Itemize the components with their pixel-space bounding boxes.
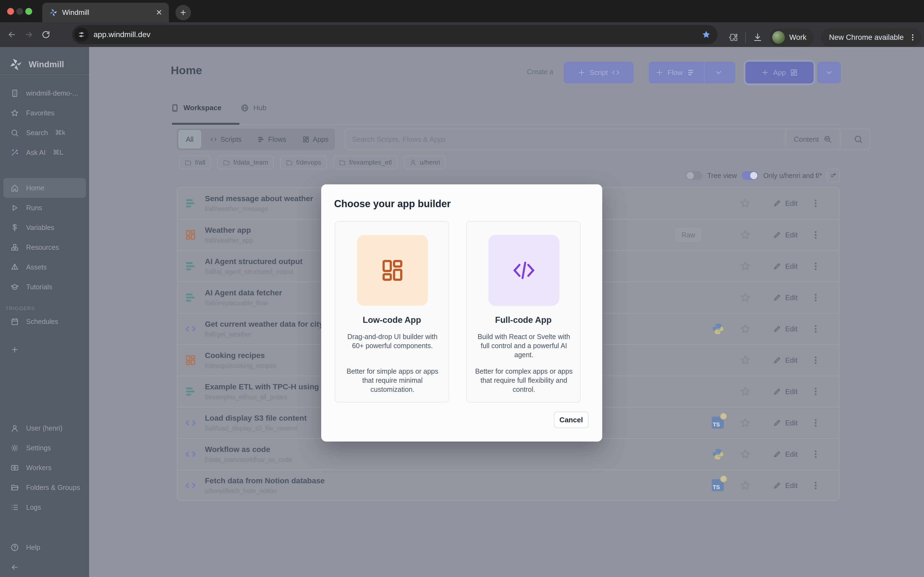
minimize-window-button[interactable] — [16, 8, 23, 15]
forward-icon[interactable] — [24, 30, 34, 39]
profile-label: Work — [789, 33, 806, 42]
reload-icon[interactable] — [41, 30, 51, 39]
create-app-button[interactable]: App — [746, 62, 813, 83]
downloads-icon[interactable] — [753, 33, 762, 42]
person-icon — [409, 159, 417, 166]
filter-apps[interactable]: Apps — [295, 130, 336, 148]
sidebar-item-favorites[interactable]: Favorites — [0, 103, 89, 123]
filter-scripts[interactable]: Scripts — [203, 130, 249, 148]
sidebar-item-help[interactable]: Help — [0, 537, 89, 557]
create-script-button[interactable]: Script — [564, 62, 633, 83]
site-settings-icon[interactable] — [74, 27, 89, 42]
item-title: Load display S3 file content — [205, 414, 307, 422]
extensions-puzzle-icon[interactable] — [729, 33, 738, 42]
star-icon — [10, 109, 19, 117]
pencil-icon — [773, 450, 781, 458]
tree-view-toggle[interactable] — [686, 171, 702, 180]
edit-button[interactable]: Edit — [773, 419, 798, 427]
edit-button[interactable]: Edit — [773, 199, 798, 208]
sidebar-item-windmill-demo[interactable]: windmill-demo-... — [0, 83, 89, 103]
edit-button[interactable]: Edit — [773, 231, 798, 239]
address-bar[interactable]: app.windmill.dev — [72, 25, 717, 44]
sidebar-item-home[interactable]: Home — [3, 178, 86, 198]
new-tab-button[interactable]: + — [176, 5, 191, 20]
chip-f-devops[interactable]: f/devops — [280, 156, 327, 169]
bookmark-star-icon[interactable] — [701, 30, 711, 39]
sidebar-item-user-henri[interactable]: User (henri) — [0, 418, 89, 438]
item-path: f/devops/cooking_recipes — [205, 362, 276, 369]
sidebar-item-label: Folders & Groups — [26, 484, 80, 492]
sidebar-item-folders-groups[interactable]: Folders & Groups — [0, 477, 89, 497]
sidebar-add-button[interactable] — [0, 340, 89, 359]
sidebar-item-ask-ai[interactable]: Ask AI⌘L — [0, 143, 89, 163]
sidebar-item-resources[interactable]: Resources — [0, 237, 89, 257]
low-code-app-card[interactable]: Low-code App Drag-and-drop UI builder wi… — [335, 221, 449, 403]
flowbars-icon — [257, 136, 265, 143]
profile-chip[interactable]: Work — [769, 28, 814, 47]
create-app-dropdown-button[interactable] — [817, 62, 841, 83]
pencil-icon — [773, 231, 781, 239]
sidebar-item-settings[interactable]: Settings — [0, 438, 89, 458]
sidebar-item-runs[interactable]: Runs — [0, 198, 89, 218]
tab-workspace[interactable]: Workspace — [171, 103, 221, 112]
filter-flows[interactable]: Flows — [250, 130, 293, 148]
owner-filter-toggle[interactable] — [741, 171, 758, 180]
tab-hub[interactable]: Hub — [241, 103, 267, 112]
sidebar-item-search[interactable]: Search⌘k — [0, 123, 89, 143]
sidebar-item-assets[interactable]: Assets — [0, 257, 89, 277]
chrome-update-chip[interactable]: New Chrome available — [821, 28, 922, 47]
chrome-menu-kebab-icon[interactable] — [909, 33, 917, 42]
item-path: f/all/get_weather — [205, 331, 323, 338]
sidebar-collapse-button[interactable] — [0, 557, 89, 577]
edit-button[interactable]: Edit — [773, 481, 798, 490]
edit-button[interactable]: Edit — [773, 262, 798, 271]
plus-icon — [655, 68, 664, 77]
back-icon[interactable] — [7, 30, 16, 39]
sidebar-item-label: Favorites — [26, 109, 55, 117]
edit-button[interactable]: Edit — [773, 293, 798, 302]
sidebar-brand[interactable]: Windmill — [0, 47, 89, 74]
close-window-button[interactable] — [7, 8, 14, 15]
edit-button[interactable]: Edit — [773, 387, 798, 396]
tab-close-icon[interactable]: ✕ — [156, 8, 162, 17]
zoom-window-button[interactable] — [25, 8, 32, 15]
chip-label: f/all — [195, 158, 205, 166]
pencil-icon — [773, 293, 781, 302]
chip-f-data-team[interactable]: f/data_team — [217, 156, 274, 169]
create-flow-button[interactable]: Flow — [649, 62, 735, 83]
tab-workspace-label: Workspace — [183, 103, 221, 112]
sidebar-item-label: Logs — [26, 503, 41, 511]
gear-icon — [10, 444, 19, 452]
favorite-star-icon — [740, 261, 751, 272]
view-options-row: Tree view Only u/henri and f/* — [686, 169, 840, 182]
chevron-down-icon[interactable] — [714, 68, 723, 77]
chip-f-examples-etl[interactable]: f/examples_etl — [333, 156, 397, 169]
app-kind-icon — [184, 229, 197, 241]
edit-button[interactable]: Edit — [773, 325, 798, 333]
edit-button[interactable]: Edit — [773, 356, 798, 364]
folderopen-icon — [10, 483, 19, 492]
sidebar-item-workers[interactable]: Workers — [0, 458, 89, 477]
advanced-filter-button[interactable] — [827, 169, 840, 182]
sidebar-item-logs[interactable]: Logs — [0, 497, 89, 517]
sidebar-item-variables[interactable]: Variables — [0, 218, 89, 237]
url-text[interactable]: app.windmill.dev — [94, 30, 701, 39]
tab-title: Windmill — [62, 8, 152, 17]
list-item[interactable]: Workflow as codef/data_team/workflow_as_… — [178, 438, 839, 469]
shortcut-badge: ⌘L — [53, 149, 63, 156]
content-search-button[interactable]: Content — [785, 129, 841, 150]
edit-button[interactable]: Edit — [773, 450, 798, 459]
sidebar-item-label: Resources — [26, 243, 59, 251]
cancel-button[interactable]: Cancel — [554, 412, 588, 428]
row-menu-kebab-icon — [811, 292, 821, 303]
listlog-icon — [10, 503, 19, 512]
browser-tab[interactable]: Windmill ✕ — [42, 3, 169, 22]
filter-all[interactable]: All — [178, 130, 201, 148]
list-item[interactable]: Fetch data from Notion databaseu/henri/f… — [178, 469, 839, 501]
sidebar-item-tutorials[interactable]: Tutorials — [0, 277, 89, 297]
chip-u-henri[interactable]: u/henri — [404, 156, 446, 169]
chip-f-all[interactable]: f/all — [179, 156, 211, 169]
row-menu-kebab-icon — [811, 355, 821, 366]
full-code-app-card[interactable]: Full-code App Build with React or Svelte… — [466, 221, 580, 403]
sidebar-item-schedules[interactable]: Schedules — [0, 311, 89, 331]
